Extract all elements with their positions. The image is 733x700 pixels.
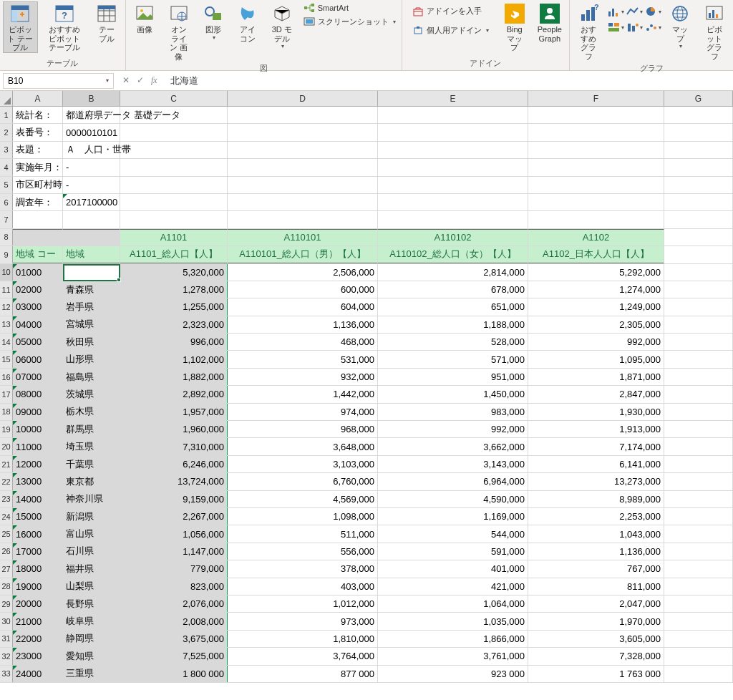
cell[interactable] bbox=[664, 560, 733, 577]
cell[interactable]: 20000 bbox=[13, 596, 63, 612]
cell[interactable]: 651,000 bbox=[378, 298, 528, 315]
cell[interactable]: 528,000 bbox=[378, 334, 528, 350]
col-header-B[interactable]: B bbox=[63, 91, 120, 106]
cell[interactable]: 1,249,000 bbox=[528, 298, 664, 315]
cell[interactable] bbox=[63, 229, 120, 246]
cell[interactable] bbox=[664, 421, 733, 437]
cell[interactable]: 779,000 bbox=[120, 560, 228, 577]
shapes-button[interactable]: 図形▾ bbox=[198, 1, 229, 41]
pictures-button[interactable]: 画像 bbox=[129, 1, 160, 34]
cell[interactable]: - bbox=[63, 159, 120, 175]
cell[interactable]: A1102_日本人人口【人】 bbox=[528, 246, 664, 263]
cell[interactable]: 10000 bbox=[13, 421, 63, 437]
cell[interactable]: 14000 bbox=[13, 491, 63, 507]
cell[interactable]: 7,174,000 bbox=[528, 438, 664, 454]
cell[interactable]: 823,000 bbox=[120, 578, 228, 595]
confirm-formula-button[interactable]: ✓ bbox=[137, 75, 144, 86]
row-header[interactable]: 8 bbox=[0, 229, 13, 246]
cell[interactable]: 青森県 bbox=[63, 281, 120, 298]
row-header[interactable]: 6 bbox=[0, 194, 13, 210]
cell[interactable]: 表題： bbox=[13, 142, 63, 158]
cell[interactable] bbox=[664, 491, 733, 507]
cell[interactable] bbox=[664, 107, 733, 123]
people-graph-button[interactable]: People Graph bbox=[533, 1, 566, 43]
cell[interactable] bbox=[528, 124, 664, 140]
cell[interactable]: 2,305,000 bbox=[528, 316, 664, 333]
cell[interactable]: 992,000 bbox=[528, 334, 664, 350]
cell[interactable]: 1,255,000 bbox=[120, 298, 228, 315]
cell[interactable]: 571,000 bbox=[378, 351, 528, 367]
col-header-E[interactable]: E bbox=[378, 91, 528, 106]
line-chart-button[interactable]: ▾ bbox=[626, 4, 643, 19]
col-header-A[interactable]: A bbox=[13, 91, 63, 106]
cell[interactable]: 1,930,000 bbox=[528, 404, 664, 420]
bar-chart-button[interactable]: ▾ bbox=[607, 4, 624, 19]
cell[interactable]: 石川県 bbox=[63, 543, 120, 560]
my-addins-button[interactable]: 個人用アドイン▾ bbox=[409, 24, 492, 37]
cell[interactable]: 山梨県 bbox=[63, 578, 120, 595]
row-header[interactable]: 29 bbox=[0, 596, 13, 612]
cell[interactable]: 604,000 bbox=[228, 298, 378, 315]
cell[interactable]: 996,000 bbox=[120, 334, 228, 350]
cell[interactable] bbox=[528, 142, 664, 158]
row-header[interactable]: 13 bbox=[0, 316, 13, 333]
cell[interactable]: 3,605,000 bbox=[528, 631, 664, 647]
fx-button[interactable]: fx bbox=[151, 75, 157, 86]
row-header[interactable]: 31 bbox=[0, 631, 13, 647]
cell[interactable] bbox=[528, 159, 664, 175]
cell[interactable]: 秋田県 bbox=[63, 334, 120, 350]
cell[interactable] bbox=[228, 107, 378, 123]
cell[interactable]: 市区町村時 bbox=[13, 177, 63, 193]
screenshot-button[interactable]: スクリーンショット▾ bbox=[301, 15, 399, 29]
cell[interactable]: 地域 コー bbox=[13, 246, 63, 263]
row-header[interactable]: 19 bbox=[0, 421, 13, 437]
cell[interactable]: 1,278,000 bbox=[120, 281, 228, 298]
cell[interactable]: 24000 bbox=[13, 666, 63, 682]
table-button[interactable]: テーブル bbox=[91, 1, 122, 43]
statistic-chart-button[interactable]: ▾ bbox=[626, 20, 643, 34]
cell[interactable]: 富山県 bbox=[63, 525, 120, 542]
row-header[interactable]: 25 bbox=[0, 525, 13, 542]
cell[interactable]: 1,913,000 bbox=[528, 421, 664, 437]
cell[interactable] bbox=[378, 142, 528, 158]
row-header[interactable]: 3 bbox=[0, 142, 13, 158]
select-all-corner[interactable] bbox=[0, 91, 13, 106]
cell[interactable]: 茨城県 bbox=[63, 386, 120, 402]
cell[interactable]: 群馬県 bbox=[63, 421, 120, 437]
cell[interactable] bbox=[664, 666, 733, 682]
cell[interactable]: 千葉県 bbox=[63, 456, 120, 472]
cell[interactable] bbox=[120, 159, 228, 175]
cell[interactable] bbox=[13, 229, 63, 246]
row-header[interactable]: 17 bbox=[0, 386, 13, 402]
cell[interactable]: 1,035,000 bbox=[378, 613, 528, 629]
cell[interactable]: 7,328,000 bbox=[528, 648, 664, 664]
cell[interactable]: 6,246,000 bbox=[120, 456, 228, 472]
row-header[interactable]: 7 bbox=[0, 211, 13, 228]
cell[interactable] bbox=[664, 456, 733, 472]
cell[interactable]: 東京都 bbox=[63, 473, 120, 490]
cell[interactable]: 877 000 bbox=[228, 666, 378, 682]
cell[interactable]: 1,102,000 bbox=[120, 351, 228, 367]
cell[interactable]: 4,569,000 bbox=[228, 491, 378, 507]
cell[interactable]: 1,960,000 bbox=[120, 421, 228, 437]
cell[interactable]: 767,000 bbox=[528, 560, 664, 577]
cell[interactable]: 992,000 bbox=[378, 421, 528, 437]
cell[interactable] bbox=[378, 211, 528, 228]
cell[interactable]: 544,000 bbox=[378, 525, 528, 542]
cell[interactable] bbox=[120, 194, 228, 210]
cell[interactable]: 2,076,000 bbox=[120, 596, 228, 612]
cell[interactable]: 18000 bbox=[13, 560, 63, 577]
cell[interactable]: 宮城県 bbox=[63, 316, 120, 333]
cell[interactable]: 1,810,000 bbox=[228, 631, 378, 647]
formula-input[interactable]: 北海道 bbox=[163, 74, 733, 87]
recommended-pivot-button[interactable]: ? おすすめ ピボットテーブル bbox=[41, 1, 88, 52]
row-header[interactable]: 33 bbox=[0, 666, 13, 682]
cell[interactable]: 13,273,000 bbox=[528, 473, 664, 490]
cell[interactable] bbox=[664, 264, 733, 281]
cell[interactable]: 08000 bbox=[13, 386, 63, 402]
cell[interactable]: 1,188,000 bbox=[378, 316, 528, 333]
cell[interactable] bbox=[664, 229, 733, 246]
cell[interactable]: 調査年： bbox=[13, 194, 63, 210]
cell[interactable]: 16000 bbox=[13, 525, 63, 542]
cell[interactable]: 2,253,000 bbox=[528, 508, 664, 525]
